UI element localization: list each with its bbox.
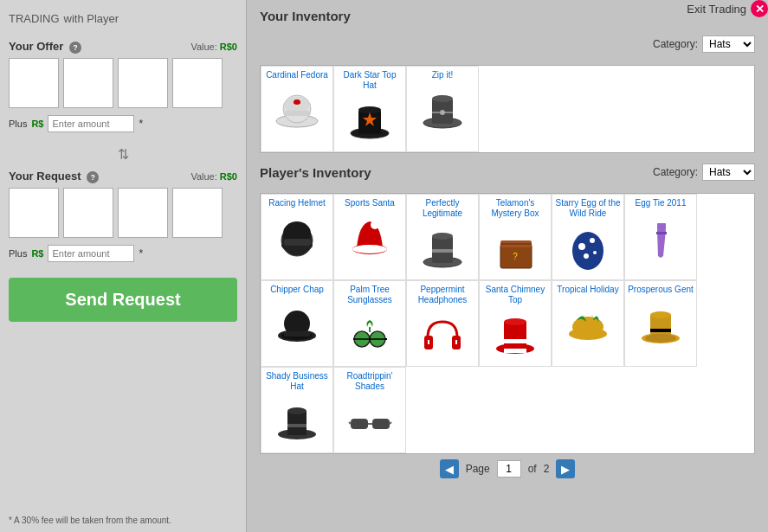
player-inventory-header: Player's Inventory Category: Hats Gear F…: [260, 163, 755, 188]
your-request-section: Your Request ? Value: R$0: [9, 170, 237, 183]
your-inv-item-cardinal-fedora[interactable]: Cardinal Fedora: [261, 66, 333, 152]
trading-title: TRADING with Player: [9, 9, 237, 31]
prev-page-button[interactable]: ◀: [440, 459, 459, 478]
your-request-slots: [9, 188, 237, 238]
request-rs-icon: R$: [31, 248, 43, 259]
svg-point-32: [584, 253, 589, 259]
svg-point-29: [572, 232, 603, 270]
svg-text:?: ?: [513, 252, 518, 261]
svg-rect-34: [657, 223, 666, 230]
request-slot-2[interactable]: [63, 188, 113, 238]
your-inventory-header: Your Inventory: [260, 9, 755, 30]
your-inventory-grid: Cardinal Fedora Dark Star Top Hat: [260, 65, 755, 153]
svg-rect-66: [287, 411, 307, 435]
player-inv-category-select[interactable]: Hats Gear Faces: [702, 163, 755, 181]
svg-point-19: [352, 245, 387, 253]
player-inventory-title: Player's Inventory: [260, 165, 371, 180]
svg-point-67: [287, 407, 307, 414]
page-number-input[interactable]: [497, 460, 521, 478]
next-page-button[interactable]: ▶: [556, 459, 575, 478]
offer-slot-1[interactable]: [9, 58, 59, 108]
offer-slot-2[interactable]: [63, 58, 113, 108]
svg-point-54: [504, 318, 526, 325]
your-inv-category-select[interactable]: Hats Gear Faces: [702, 35, 755, 53]
svg-rect-17: [284, 239, 311, 246]
swap-divider: ⇅: [9, 146, 237, 163]
request-slot-3[interactable]: [118, 188, 168, 238]
svg-point-31: [590, 238, 595, 243]
svg-point-13: [440, 110, 445, 115]
fee-note: * A 30% fee will be taken from the amoun…: [9, 516, 171, 525]
svg-line-72: [349, 422, 351, 424]
svg-line-73: [390, 422, 391, 424]
pagination: ◀ Page of 2 ▶: [260, 459, 755, 478]
request-slot-4[interactable]: [172, 188, 223, 238]
left-panel: TRADING with Player Your Offer ? Value: …: [0, 0, 247, 532]
svg-rect-36: [656, 232, 667, 234]
player-inv-item-egg-tie-2011[interactable]: Egg Tie 2011: [624, 194, 697, 280]
page-total: 2: [544, 463, 550, 475]
title-text: TRADING: [9, 12, 60, 25]
your-inventory-title: Your Inventory: [260, 9, 351, 23]
your-inv-item-dark-star-top-hat[interactable]: Dark Star Top Hat: [333, 66, 406, 152]
svg-rect-70: [372, 419, 390, 429]
player-inv-item-chipper-chap[interactable]: Chipper Chap: [261, 280, 333, 367]
player-inv-item-mystery-box[interactable]: Telamon's Mystery Box ?: [479, 194, 552, 280]
exit-trading-button[interactable]: ✕: [751, 0, 768, 17]
your-request-value: Value: R$0: [190, 171, 237, 182]
svg-rect-57: [504, 349, 526, 353]
page-label: Page: [466, 463, 490, 475]
player-inv-item-racing-helmet[interactable]: Racing Helmet: [261, 194, 333, 280]
svg-point-11: [432, 95, 453, 102]
svg-rect-24: [432, 249, 453, 253]
offer-slot-3[interactable]: [118, 58, 168, 108]
your-request-help-icon[interactable]: ?: [87, 171, 99, 183]
player-inv-item-perfectly-legitimate[interactable]: Perfectly Legitimate: [406, 194, 479, 280]
your-offer-value: Value: R$0: [190, 42, 237, 52]
request-slot-1[interactable]: [9, 188, 59, 238]
offer-rs-icon: R$: [31, 119, 43, 129]
exit-trading-area: Exit Trading ✕: [687, 0, 768, 17]
player-inv-item-sports-santa[interactable]: Sports Santa: [333, 194, 406, 280]
request-plus-label: Plus: [9, 248, 27, 259]
player-inv-item-roadtrippin-shades[interactable]: Roadtrippin' Shades: [333, 367, 406, 453]
svg-point-64: [645, 334, 676, 343]
player-inv-item-palm-tree-sunglasses[interactable]: Palm Tree Sunglasses: [333, 280, 406, 367]
offer-plus-row: Plus R$ *: [9, 115, 237, 132]
your-inv-category-label: Category:: [653, 38, 698, 50]
svg-rect-55: [504, 339, 526, 343]
svg-point-23: [432, 233, 453, 240]
right-panel: Exit Trading ✕ Your Inventory Category: …: [247, 0, 768, 532]
your-inv-item-zip-it[interactable]: Zip it!: [406, 66, 479, 152]
svg-point-20: [371, 221, 379, 229]
your-inventory-category-row: Category: Hats Gear Faces: [653, 35, 755, 53]
svg-rect-3: [285, 111, 309, 116]
player-inventory-grid: Racing Helmet Sports Santa: [260, 193, 755, 454]
player-inv-item-starry-egg[interactable]: Starry Egg of the Wild Ride: [552, 194, 624, 280]
send-request-button[interactable]: Send Request: [9, 278, 237, 322]
offer-asterisk: *: [139, 118, 143, 130]
svg-rect-63: [650, 329, 671, 332]
svg-point-33: [593, 251, 597, 254]
player-inv-item-prosperous-gent[interactable]: Prosperous Gent: [624, 280, 697, 367]
player-inv-item-santa-chimney-top[interactable]: Santa Chimney Top: [479, 280, 552, 367]
player-inv-item-peppermint-headphones[interactable]: Peppermint Headphones: [406, 280, 479, 367]
svg-rect-56: [504, 344, 526, 349]
player-inv-category-label: Category:: [653, 166, 698, 178]
subtitle-text: with Player: [64, 12, 119, 25]
request-plus-row: Plus R$ *: [9, 245, 237, 262]
player-inv-item-tropical-holiday[interactable]: Tropical Holiday: [552, 280, 624, 367]
svg-rect-40: [284, 331, 310, 337]
your-offer-slots: [9, 58, 237, 108]
svg-rect-69: [351, 419, 368, 429]
svg-point-62: [650, 311, 671, 318]
your-offer-help-icon[interactable]: ?: [69, 42, 81, 54]
svg-point-7: [358, 106, 381, 113]
request-amount-input[interactable]: [48, 245, 134, 262]
offer-amount-input[interactable]: [48, 115, 134, 132]
player-inv-item-shady-business-hat[interactable]: Shady Business Hat: [261, 367, 333, 453]
offer-slot-4[interactable]: [172, 58, 223, 108]
your-request-label: Your Request: [9, 170, 81, 183]
offer-plus-label: Plus: [9, 119, 27, 129]
svg-rect-68: [287, 424, 307, 427]
